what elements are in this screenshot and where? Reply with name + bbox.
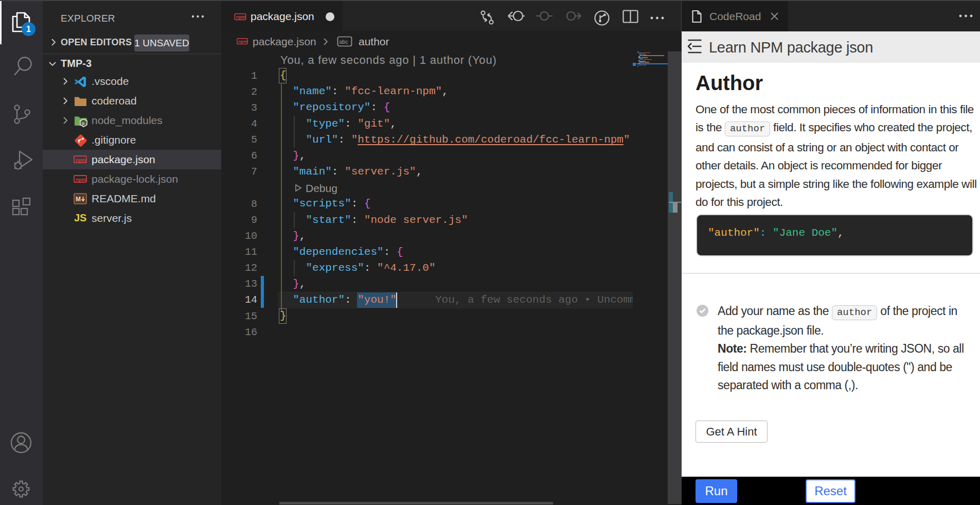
svg-text:js: js [81, 121, 85, 126]
svg-text:abc: abc [340, 39, 348, 45]
svg-text:npm: npm [76, 157, 86, 163]
svg-text:npm: npm [236, 14, 245, 20]
svg-text:M: M [76, 196, 81, 203]
svg-text:npm: npm [76, 177, 86, 182]
svg-text:npm: npm [239, 39, 247, 44]
